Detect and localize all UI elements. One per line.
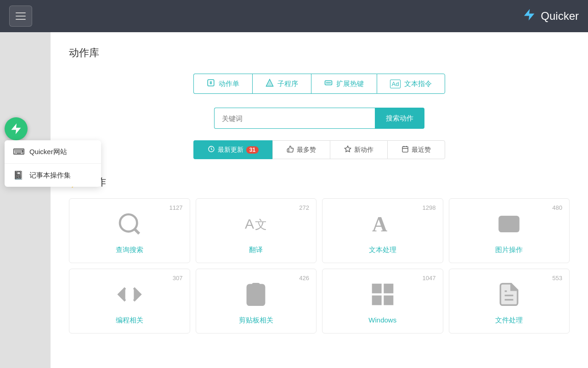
history-icon — [208, 145, 215, 154]
menu-button[interactable] — [9, 6, 32, 27]
quicker-float-button[interactable] — [5, 117, 28, 140]
svg-rect-34 — [384, 295, 393, 305]
tab-action-list-label: 动作单 — [219, 80, 239, 88]
action-card-code[interactable]: 307 编程相关 — [69, 269, 190, 334]
action-label-image: 图片操作 — [495, 246, 523, 254]
file-action-icon — [493, 278, 525, 310]
svg-rect-33 — [372, 295, 381, 305]
keyboard-icon: ⌨ — [13, 147, 24, 157]
action-count-file: 553 — [552, 275, 562, 282]
tab-text-cmd[interactable]: Ad 文本指令 — [377, 74, 446, 94]
svg-text:A: A — [245, 216, 254, 231]
action-card-file[interactable]: 553 文件处理 — [449, 269, 570, 334]
action-card-translate[interactable]: 272 A 文 翻译 — [196, 198, 317, 263]
sort-new-label: 新动作 — [354, 146, 373, 154]
action-label-windows: Windows — [368, 316, 396, 324]
tab-hotkey-label: 扩展热键 — [336, 80, 364, 88]
svg-rect-32 — [384, 284, 393, 293]
main-content: 动作库 动作单 子程序 — [51, 32, 588, 368]
hamburger-line — [16, 16, 26, 17]
logo-area: Quicker — [522, 8, 579, 25]
action-count-translate: 272 — [299, 204, 309, 211]
latest-badge: 31 — [246, 146, 259, 154]
search-action-icon — [113, 208, 146, 240]
sort-recent-liked[interactable]: 最近赞 — [387, 140, 445, 159]
svg-marker-1 — [11, 123, 21, 134]
dropdown-item-website-label: Quicker网站 — [29, 148, 67, 156]
subroutine-icon — [266, 79, 274, 89]
lightning-icon — [522, 8, 536, 25]
windows-action-icon — [367, 278, 399, 310]
tab-text-cmd-label: 文本指令 — [404, 80, 432, 88]
hamburger-line — [16, 12, 26, 13]
image-action-icon — [493, 208, 525, 240]
sort-latest[interactable]: 最新更新 31 — [193, 140, 272, 159]
sort-bar: 最新更新 31 最多赞 新动作 — [69, 140, 570, 159]
calendar-icon — [401, 145, 409, 154]
tab-subroutine[interactable]: 子程序 — [252, 74, 311, 94]
dropdown-item-notebook-label: 记事本操作集 — [29, 171, 71, 180]
lightning-float-icon — [10, 122, 23, 135]
action-card-image[interactable]: 480 图片操作 — [449, 198, 570, 263]
search-button[interactable]: 搜索动作 — [375, 108, 424, 129]
action-label-search: 查询搜索 — [116, 246, 143, 254]
dropdown-item-notebook[interactable]: 📓 记事本操作集 — [5, 164, 101, 187]
tab-bar: 动作单 子程序 扩展热键 — [69, 74, 570, 94]
action-list-icon — [207, 79, 215, 89]
tab-hotkey[interactable]: 扩展热键 — [311, 74, 377, 94]
thumbs-up-icon — [287, 145, 294, 154]
action-count-image: 480 — [552, 204, 562, 211]
svg-line-21 — [135, 229, 139, 234]
sort-recent-liked-label: 最近赞 — [412, 146, 431, 154]
action-count-code: 307 — [173, 275, 183, 282]
tab-subroutine-label: 子程序 — [277, 80, 298, 88]
svg-rect-16 — [402, 147, 408, 152]
action-card-text[interactable]: 1298 A 文本处理 — [322, 198, 443, 263]
action-label-translate: 翻译 — [249, 246, 263, 254]
code-action-icon — [113, 278, 146, 310]
svg-text:文: 文 — [255, 218, 267, 231]
sort-most-liked-label: 最多赞 — [297, 146, 316, 154]
clipboard-action-icon — [240, 278, 272, 310]
svg-point-20 — [120, 214, 137, 231]
svg-marker-15 — [345, 146, 351, 152]
action-count-windows: 1047 — [423, 275, 436, 282]
actions-grid: 1127 查询搜索 272 A 文 翻译 1298 A — [69, 198, 570, 334]
sort-latest-label: 最新更新 — [218, 146, 243, 154]
action-label-text: 文本处理 — [369, 246, 396, 254]
translate-action-icon: A 文 — [240, 208, 272, 240]
hamburger-line — [16, 19, 26, 20]
action-label-file: 文件处理 — [495, 316, 523, 325]
sort-new[interactable]: 新动作 — [330, 140, 387, 159]
action-card-search[interactable]: 1127 查询搜索 — [69, 198, 190, 263]
text-action-icon: A — [367, 208, 399, 240]
tab-action-list[interactable]: 动作单 — [193, 74, 252, 94]
page-title: 动作库 — [69, 46, 570, 60]
svg-text:A: A — [372, 213, 387, 236]
action-card-clipboard[interactable]: 426 剪贴板相关 — [196, 269, 317, 334]
dropdown-menu: ⌨ Quicker网站 📓 记事本操作集 — [5, 140, 101, 187]
action-count-clipboard: 426 — [299, 275, 309, 282]
action-card-windows[interactable]: 1047 Windows — [322, 269, 443, 334]
sidebar — [0, 32, 51, 368]
svg-marker-0 — [524, 9, 535, 20]
hotkey-icon — [324, 79, 333, 89]
sort-most-liked[interactable]: 最多赞 — [272, 140, 330, 159]
app-header: Quicker — [0, 0, 588, 32]
svg-rect-31 — [372, 284, 381, 293]
action-label-code: 编程相关 — [116, 316, 143, 325]
action-label-clipboard: 剪贴板相关 — [239, 316, 273, 325]
app-name: Quicker — [541, 10, 579, 23]
search-input[interactable] — [214, 108, 375, 129]
notebook-icon: 📓 — [13, 170, 24, 180]
action-count-search: 1127 — [170, 204, 183, 211]
star-icon — [344, 145, 351, 154]
text-cmd-icon: Ad — [390, 80, 401, 88]
dropdown-item-website[interactable]: ⌨ Quicker网站 — [5, 140, 101, 164]
action-count-text: 1298 — [423, 204, 436, 211]
search-bar: 搜索动作 — [69, 108, 570, 129]
